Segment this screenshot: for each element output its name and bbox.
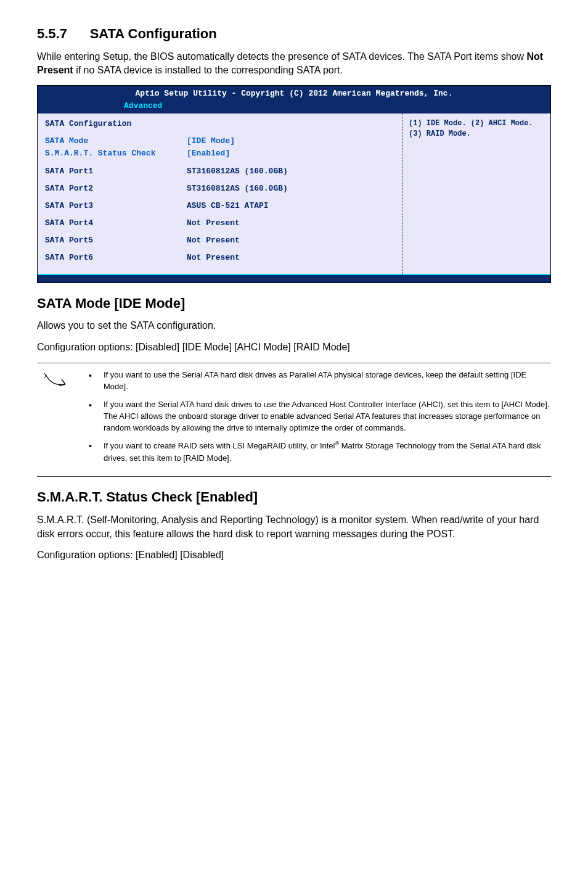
bios-port1-label: SATA Port1 xyxy=(45,166,187,177)
bios-left-panel: SATA Configuration SATA Mode [IDE Mode] … xyxy=(38,113,402,274)
section-title: SATA Configuration xyxy=(90,26,217,41)
sata-mode-desc: Allows you to set the SATA configuration… xyxy=(37,319,551,332)
bios-port3-value: ASUS CB-521 ATAPI xyxy=(187,200,269,212)
bios-row-port2: SATA Port2 ST3160812AS (160.0GB) xyxy=(45,183,394,194)
bios-tab-advanced[interactable]: Advanced xyxy=(38,101,550,113)
bios-port5-value: Not Present xyxy=(187,235,240,246)
bios-row-sata-mode[interactable]: SATA Mode [IDE Mode] xyxy=(45,136,394,147)
bios-port2-value: ST3160812AS (160.0GB) xyxy=(187,183,288,194)
bios-sata-mode-label: SATA Mode xyxy=(45,136,187,147)
bios-port4-label: SATA Port4 xyxy=(45,218,187,229)
note-icon xyxy=(37,369,74,390)
bios-row-smart[interactable]: S.M.A.R.T. Status Check [Enabled] xyxy=(45,148,394,159)
bios-help-panel: (1) IDE Mode. (2) AHCI Mode. (3) RAID Mo… xyxy=(402,113,550,274)
bios-port6-label: SATA Port6 xyxy=(45,252,187,263)
bios-port2-label: SATA Port2 xyxy=(45,183,187,194)
bios-footer-bar xyxy=(38,274,550,283)
bios-sata-mode-value[interactable]: [IDE Mode] xyxy=(187,136,235,147)
bios-row-port6: SATA Port6 Not Present xyxy=(45,252,394,263)
intro-paragraph: While entering Setup, the BIOS automatic… xyxy=(37,50,551,78)
section-number: 5.5.7 xyxy=(37,26,67,41)
smart-desc: S.M.A.R.T. (Self-Monitoring, Analysis an… xyxy=(37,513,551,541)
bios-smart-label: S.M.A.R.T. Status Check xyxy=(45,148,187,159)
sata-mode-heading: SATA Mode [IDE Mode] xyxy=(37,294,551,313)
bios-help-text: (1) IDE Mode. (2) AHCI Mode. (3) RAID Mo… xyxy=(409,118,544,139)
intro-text-c: if no SATA device is installed to the co… xyxy=(73,65,343,75)
note-item-2: If you want the Serial ATA hard disk dri… xyxy=(104,399,551,434)
note-block: If you want to use the Serial ATA hard d… xyxy=(37,363,551,477)
bios-setup-box: Aptio Setup Utility - Copyright (C) 2012… xyxy=(37,85,551,283)
bios-row-port3: SATA Port3 ASUS CB-521 ATAPI xyxy=(45,200,394,212)
bios-smart-value[interactable]: [Enabled] xyxy=(187,148,230,159)
sata-mode-options: Configuration options: [Disabled] [IDE M… xyxy=(37,340,551,354)
bios-body: SATA Configuration SATA Mode [IDE Mode] … xyxy=(38,113,550,274)
bios-port4-value: Not Present xyxy=(187,218,240,229)
note-content: If you want to use the Serial ATA hard d… xyxy=(74,369,551,470)
intro-text-a: While entering Setup, the BIOS automatic… xyxy=(37,51,526,62)
bios-title-bar: Aptio Setup Utility - Copyright (C) 2012… xyxy=(38,86,550,113)
bios-row-port1: SATA Port1 ST3160812AS (160.0GB) xyxy=(45,166,394,177)
bios-config-header: SATA Configuration xyxy=(45,118,394,130)
note3-a: If you want to create RAID sets with LSI… xyxy=(104,442,335,451)
bios-title-text: Aptio Setup Utility - Copyright (C) 2012… xyxy=(38,87,550,101)
bios-port3-label: SATA Port3 xyxy=(45,200,187,212)
note-item-1: If you want to use the Serial ATA hard d… xyxy=(104,369,551,393)
bios-row-port4: SATA Port4 Not Present xyxy=(45,218,394,229)
bios-port5-label: SATA Port5 xyxy=(45,235,187,246)
smart-heading: S.M.A.R.T. Status Check [Enabled] xyxy=(37,488,551,507)
bios-port6-value: Not Present xyxy=(187,252,240,263)
smart-options: Configuration options: [Enabled] [Disabl… xyxy=(37,548,551,562)
bios-row-port5: SATA Port5 Not Present xyxy=(45,235,394,246)
bios-port1-value: ST3160812AS (160.0GB) xyxy=(187,166,288,177)
section-heading: 5.5.7 SATA Configuration xyxy=(37,25,551,44)
note-item-3: If you want to create RAID sets with LSI… xyxy=(104,440,551,464)
